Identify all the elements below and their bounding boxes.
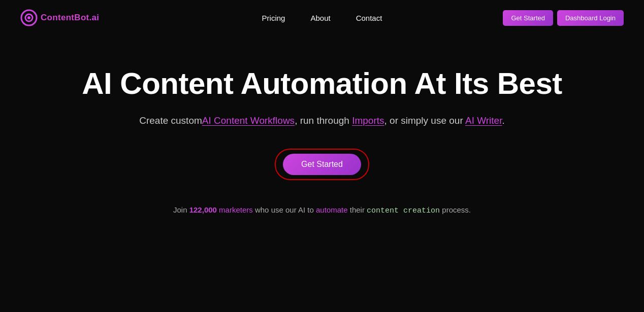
- nav-link-contact[interactable]: Contact: [356, 14, 382, 22]
- logo-icon: [20, 9, 38, 26]
- cta-wrapper: Get Started: [275, 149, 369, 180]
- social-proof-prefix: Join: [173, 205, 189, 214]
- subtitle-prefix: Create custom: [139, 115, 202, 126]
- nav-link-about[interactable]: About: [310, 14, 330, 22]
- logo-name: ContentBot: [41, 13, 89, 22]
- subtitle-link-imports[interactable]: Imports: [352, 115, 384, 126]
- nav-link-pricing[interactable]: Pricing: [262, 14, 285, 22]
- subtitle-after-link2: , or simply use our: [384, 115, 465, 126]
- social-proof-middle: who use our AI to: [253, 205, 316, 214]
- nav-links: Pricing About Contact: [262, 14, 382, 22]
- subtitle-link-workflows[interactable]: AI Content Workflows: [202, 115, 295, 126]
- dashboard-login-button[interactable]: Dashboard Login: [557, 10, 624, 26]
- social-proof-automate: automate: [316, 205, 348, 214]
- subtitle-middle: , run through: [295, 115, 352, 126]
- hero-title: AI Content Automation At Its Best: [82, 66, 562, 101]
- get-started-hero-button[interactable]: Get Started: [283, 154, 361, 175]
- get-started-nav-button[interactable]: Get Started: [503, 10, 553, 26]
- social-proof-marketers: marketers: [217, 205, 253, 214]
- hero-section: AI Content Automation At Its Best Create…: [0, 36, 644, 235]
- social-proof-suffix: process.: [440, 205, 471, 214]
- subtitle-suffix: .: [502, 115, 504, 126]
- svg-point-2: [27, 16, 30, 19]
- logo-text: ContentBot.ai: [41, 13, 99, 23]
- social-proof-content-creation: content creation: [367, 206, 440, 215]
- social-proof: Join 122,000 marketers who use our AI to…: [173, 205, 471, 215]
- logo-area: ContentBot.ai: [20, 9, 99, 26]
- hero-subtitle: Create customAI Content Workflows, run t…: [139, 113, 505, 128]
- logo-suffix: .ai: [89, 13, 100, 22]
- social-proof-number: 122,000: [189, 205, 217, 214]
- navbar: ContentBot.ai Pricing About Contact Get …: [0, 0, 644, 36]
- social-proof-after-automate: their: [348, 205, 367, 214]
- subtitle-link-aiwriter[interactable]: AI Writer: [465, 115, 502, 126]
- navbar-actions: Get Started Dashboard Login: [503, 10, 624, 26]
